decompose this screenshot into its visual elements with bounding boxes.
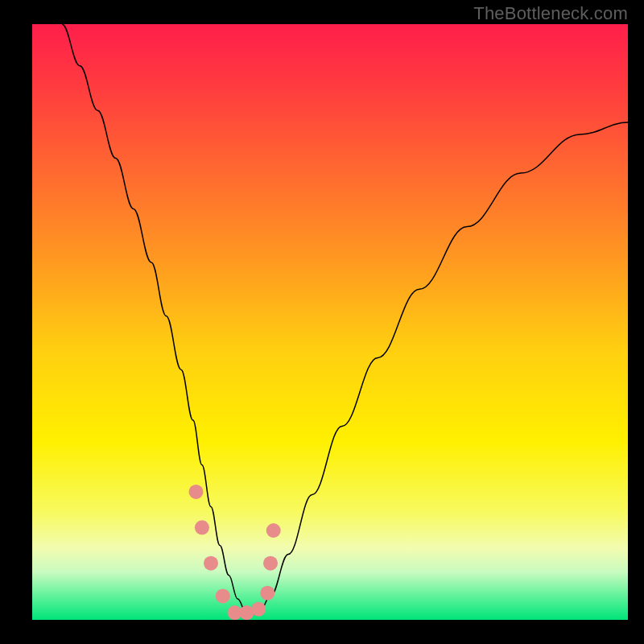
data-point (251, 602, 266, 617)
data-point (189, 485, 204, 499)
data-point (266, 523, 281, 538)
chart-frame: TheBottleneck.com (0, 0, 644, 644)
data-point (216, 588, 230, 603)
data-point (204, 556, 218, 571)
left-border (0, 0, 32, 644)
data-point (195, 520, 209, 535)
plot-area (32, 24, 628, 620)
data-point (263, 556, 278, 571)
watermark-text: TheBottleneck.com (473, 3, 628, 24)
bottleneck-curve (62, 24, 628, 614)
data-point (260, 586, 275, 601)
right-border (628, 0, 644, 644)
bottom-border (0, 620, 644, 644)
curve-layer (32, 24, 628, 620)
